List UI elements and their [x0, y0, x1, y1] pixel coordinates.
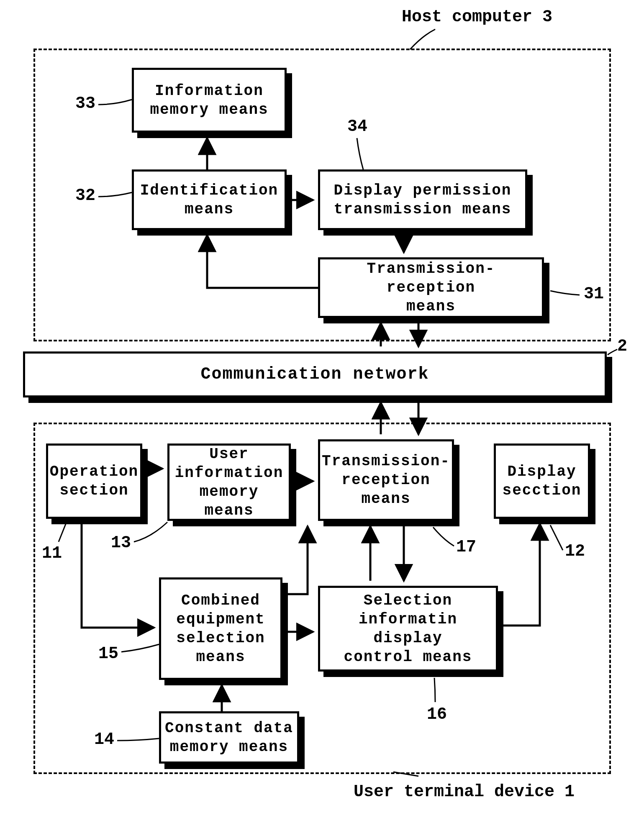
arrows	[0, 0, 644, 823]
